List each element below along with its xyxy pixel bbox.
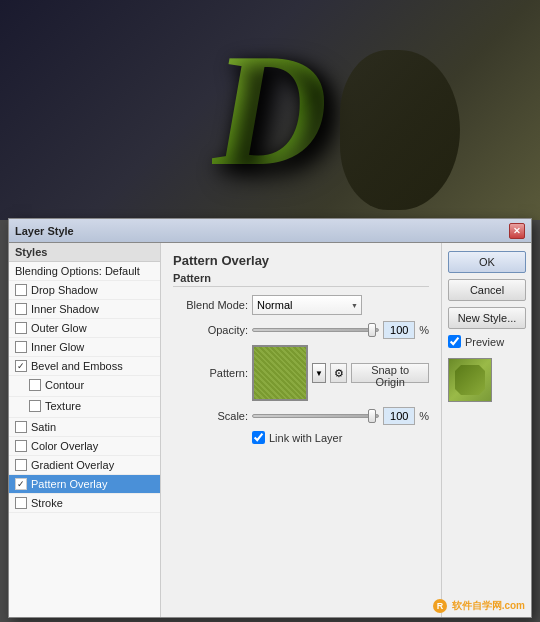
sidebar-item-stroke[interactable]: Stroke — [9, 494, 160, 513]
stroke-label: Stroke — [31, 497, 63, 509]
texture-checkbox[interactable] — [29, 400, 41, 412]
sidebar-item-contour[interactable]: Contour — [9, 376, 160, 397]
contour-checkbox[interactable] — [29, 379, 41, 391]
scale-unit: % — [419, 410, 429, 422]
pattern-preview[interactable] — [252, 345, 308, 401]
blend-mode-select-wrapper[interactable]: Normal Multiply Screen Overlay — [252, 295, 362, 315]
blend-mode-label: Blend Mode: — [173, 299, 248, 311]
opacity-label: Opacity: — [173, 324, 248, 336]
sidebar-item-drop-shadow[interactable]: Drop Shadow — [9, 281, 160, 300]
cancel-button[interactable]: Cancel — [448, 279, 526, 301]
watermark-text: 软件自学网.com — [452, 600, 525, 611]
styles-panel: Styles Blending Options: Default Drop Sh… — [9, 243, 161, 617]
sidebar-item-bevel-emboss[interactable]: Bevel and Emboss — [9, 357, 160, 376]
scale-slider[interactable] — [252, 408, 379, 424]
sidebar-item-inner-glow[interactable]: Inner Glow — [9, 338, 160, 357]
sidebar-item-blending-options[interactable]: Blending Options: Default — [9, 262, 160, 281]
outer-glow-label: Outer Glow — [31, 322, 87, 334]
canvas-preview: D — [0, 0, 540, 220]
inner-shadow-checkbox[interactable] — [15, 303, 27, 315]
opacity-unit: % — [419, 324, 429, 336]
sidebar-item-outer-glow[interactable]: Outer Glow — [9, 319, 160, 338]
blend-mode-row: Blend Mode: Normal Multiply Screen Overl… — [173, 295, 429, 315]
inner-glow-checkbox[interactable] — [15, 341, 27, 353]
gradient-overlay-checkbox[interactable] — [15, 459, 27, 471]
new-style-button[interactable]: New Style... — [448, 307, 526, 329]
main-panel: Pattern Overlay Pattern Blend Mode: Norm… — [161, 243, 441, 617]
satin-checkbox[interactable] — [15, 421, 27, 433]
dialog-body: Styles Blending Options: Default Drop Sh… — [9, 243, 531, 617]
scale-track — [252, 414, 379, 418]
contour-label: Contour — [45, 379, 84, 391]
opacity-input[interactable] — [383, 321, 415, 339]
scale-input[interactable] — [383, 407, 415, 425]
stroke-checkbox[interactable] — [15, 497, 27, 509]
opacity-slider[interactable] — [252, 322, 379, 338]
close-button[interactable]: ✕ — [509, 223, 525, 239]
sidebar-item-gradient-overlay[interactable]: Gradient Overlay — [9, 456, 160, 475]
link-layer-row: Link with Layer — [173, 431, 429, 444]
preview-row: Preview — [448, 335, 525, 348]
styles-header: Styles — [9, 243, 160, 262]
dialog-title: Layer Style — [15, 225, 74, 237]
right-panel: OK Cancel New Style... Preview — [441, 243, 531, 617]
pattern-dropdown-button[interactable]: ▼ — [312, 363, 326, 383]
opacity-row: Opacity: % — [173, 321, 429, 339]
dialog-titlebar: Layer Style ✕ — [9, 219, 531, 243]
section-title: Pattern Overlay — [173, 253, 429, 268]
sidebar-item-texture[interactable]: Texture — [9, 397, 160, 418]
texture-label: Texture — [45, 400, 81, 412]
pattern-overlay-label: Pattern Overlay — [31, 478, 107, 490]
pattern-row: Pattern: ▼ ⚙ Snap to Origin — [173, 345, 429, 401]
decorative-shape — [340, 50, 460, 210]
opacity-track — [252, 328, 379, 332]
pattern-label: Pattern: — [173, 367, 248, 379]
section-subtitle: Pattern — [173, 272, 429, 287]
scale-row: Scale: % — [173, 407, 429, 425]
color-overlay-checkbox[interactable] — [15, 440, 27, 452]
watermark: R 软件自学网.com — [433, 599, 525, 613]
scale-thumb[interactable] — [368, 409, 376, 423]
preview-thumbnail — [448, 358, 492, 402]
drop-shadow-checkbox[interactable] — [15, 284, 27, 296]
snap-to-origin-button[interactable]: Snap to Origin — [351, 363, 429, 383]
link-layer-label[interactable]: Link with Layer — [252, 431, 342, 444]
preview-letter: D — [212, 18, 328, 203]
bevel-emboss-label: Bevel and Emboss — [31, 360, 123, 372]
link-layer-checkbox[interactable] — [252, 431, 265, 444]
preview-label: Preview — [465, 336, 504, 348]
drop-shadow-label: Drop Shadow — [31, 284, 98, 296]
bevel-emboss-checkbox[interactable] — [15, 360, 27, 372]
blend-mode-select[interactable]: Normal Multiply Screen Overlay — [252, 295, 362, 315]
gradient-overlay-label: Gradient Overlay — [31, 459, 114, 471]
color-overlay-label: Color Overlay — [31, 440, 98, 452]
preview-shape — [455, 365, 485, 395]
inner-shadow-label: Inner Shadow — [31, 303, 99, 315]
sidebar-item-pattern-overlay[interactable]: Pattern Overlay — [9, 475, 160, 494]
pattern-settings-button[interactable]: ⚙ — [330, 363, 347, 383]
layer-style-dialog: Layer Style ✕ Styles Blending Options: D… — [8, 218, 532, 618]
pattern-overlay-checkbox[interactable] — [15, 478, 27, 490]
sidebar-item-satin[interactable]: Satin — [9, 418, 160, 437]
sidebar-item-color-overlay[interactable]: Color Overlay — [9, 437, 160, 456]
watermark-icon: R — [433, 599, 447, 613]
scale-label: Scale: — [173, 410, 248, 422]
outer-glow-checkbox[interactable] — [15, 322, 27, 334]
ok-button[interactable]: OK — [448, 251, 526, 273]
inner-glow-label: Inner Glow — [31, 341, 84, 353]
blending-options-label: Blending Options: Default — [15, 265, 140, 277]
preview-checkbox[interactable] — [448, 335, 461, 348]
opacity-thumb[interactable] — [368, 323, 376, 337]
link-layer-text: Link with Layer — [269, 432, 342, 444]
satin-label: Satin — [31, 421, 56, 433]
sidebar-item-inner-shadow[interactable]: Inner Shadow — [9, 300, 160, 319]
